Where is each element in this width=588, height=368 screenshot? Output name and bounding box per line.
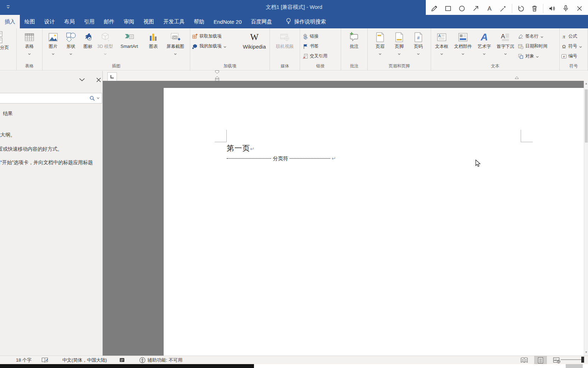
button-SmartArt[interactable]: SmartArt: [114, 30, 144, 63]
tab-EndNote 20[interactable]: EndNote 20: [209, 15, 246, 28]
svg-text:W: W: [250, 32, 259, 42]
accessibility-icon: [139, 357, 146, 363]
zoom-slider-thumb[interactable]: [581, 357, 584, 363]
zoom-out-button[interactable]: —: [554, 357, 559, 363]
view-print-layout-button[interactable]: [534, 356, 547, 364]
tab-开发工具[interactable]: 开发工具: [159, 15, 189, 28]
arrow-ne-icon[interactable]: [470, 3, 481, 14]
tab-邮件[interactable]: 邮件: [99, 15, 119, 28]
button-获取加载项[interactable]: 获取加载项: [191, 33, 240, 40]
button-编号[interactable]: #编号: [560, 52, 588, 60]
dropdown-chevron-icon: [536, 54, 539, 59]
button-文档部件[interactable]: 文档部件: [452, 30, 474, 63]
pane-text: 式大纲。: [0, 132, 15, 138]
button-公式[interactable]: π公式: [560, 33, 588, 40]
view-read-mode-button[interactable]: [518, 356, 531, 364]
cross-ref-icon: [303, 54, 308, 59]
tab-设计[interactable]: 设计: [40, 15, 60, 28]
tab-插入[interactable]: 插入: [0, 15, 20, 28]
tell-me-search[interactable]: 操作说明搜索: [286, 15, 326, 28]
word-count[interactable]: 18 个字: [16, 357, 32, 363]
rectangle-icon[interactable]: [443, 3, 453, 14]
document-page[interactable]: [164, 88, 584, 356]
button-图片[interactable]: 图片: [44, 30, 62, 63]
omega-icon: Ω: [561, 44, 567, 49]
tab-审阅[interactable]: 审阅: [119, 15, 139, 28]
tab-布局[interactable]: 布局: [60, 15, 79, 28]
close-icon[interactable]: [574, 3, 585, 14]
microphone-icon[interactable]: [560, 3, 571, 14]
group-label-插图: 插图: [43, 63, 190, 69]
accessibility-status[interactable]: 辅助功能: 不可用: [139, 357, 182, 363]
text-a-icon[interactable]: A: [484, 3, 495, 14]
tab-百度网盘[interactable]: 百度网盘: [246, 15, 277, 28]
dropdown-chevron-icon: [579, 44, 582, 49]
pane-close-icon[interactable]: [94, 76, 103, 84]
button-我的加载项[interactable]: 我的加载项: [191, 43, 240, 50]
text-boundary-mark: [226, 130, 227, 142]
page-break-line: 分页符: [227, 155, 330, 162]
button-链接[interactable]: 链接: [301, 33, 340, 40]
magic-wand-icon[interactable]: [498, 3, 509, 14]
signature-icon: [518, 34, 524, 39]
store-icon: [192, 34, 198, 39]
button-艺术字[interactable]: A艺术字: [474, 30, 494, 63]
tab-stop-selector[interactable]: [107, 72, 117, 81]
vertical-scrollbar[interactable]: ▲ ▼: [584, 81, 588, 356]
footer-icon: [394, 30, 405, 44]
button-批注[interactable]: 批注: [344, 30, 364, 63]
button-分页-partial[interactable]: 分页: [0, 30, 16, 51]
tab-视图[interactable]: 视图: [139, 15, 159, 28]
button-联机视频[interactable]: 联机视频: [272, 30, 298, 63]
tab-绘图[interactable]: 绘图: [20, 15, 40, 28]
button-图标[interactable]: 图标: [80, 30, 96, 63]
button-对象[interactable]: 对象: [517, 52, 559, 60]
scrollbar-thumb[interactable]: [585, 89, 588, 143]
search-dropdown-chevron-icon[interactable]: [97, 97, 100, 99]
ellipse-icon[interactable]: [457, 3, 467, 14]
right-margin-marker[interactable]: [515, 76, 519, 79]
navigation-search-input[interactable]: [0, 93, 102, 104]
button-图表[interactable]: 图表: [144, 30, 163, 63]
trash-icon[interactable]: [529, 3, 540, 14]
tab-引用[interactable]: 引用: [79, 15, 99, 28]
zoom-slider-track[interactable]: [561, 359, 583, 360]
pencil-icon[interactable]: [429, 3, 440, 14]
hanging-indent-marker[interactable]: [215, 76, 219, 81]
group-label-链接: 链接: [300, 63, 341, 69]
button-Wikipedia[interactable]: WWikipedia: [240, 30, 269, 63]
button-页脚[interactable]: 页脚: [390, 30, 409, 63]
first-line-indent-marker[interactable]: [215, 70, 219, 74]
button-屏幕截图[interactable]: 屏幕截图: [163, 30, 188, 63]
group-label-文本: 文本: [431, 63, 559, 69]
button-页码[interactable]: #页码: [409, 30, 428, 63]
page-break-dots: [290, 158, 330, 159]
dropdown-chevron-icon: [398, 50, 401, 52]
macro-record-icon[interactable]: [119, 357, 125, 363]
proofing-status-icon[interactable]: [41, 357, 48, 363]
my-addins-icon: [192, 44, 198, 49]
scroll-up-icon[interactable]: ▲: [585, 82, 588, 85]
button-表格[interactable]: 表格: [19, 30, 40, 63]
button-文本框[interactable]: A文本框: [432, 30, 452, 63]
ribbon-tab-row: 插入绘图设计布局引用邮件审阅视图开发工具帮助EndNote 20百度网盘操作说明…: [0, 15, 588, 28]
button-书签[interactable]: 书签: [301, 43, 340, 50]
button-符号[interactable]: Ω符号: [560, 43, 588, 50]
pane-collapse-chevron-icon[interactable]: [78, 76, 86, 84]
button-签名行[interactable]: 签名行: [517, 33, 559, 40]
tab-帮助[interactable]: 帮助: [189, 15, 209, 28]
button-3D 模型[interactable]: 3D 模型: [96, 30, 114, 63]
language-status[interactable]: 中文(简体，中国大陆): [62, 357, 107, 363]
button-页眉[interactable]: 页眉: [371, 30, 390, 63]
button-形状[interactable]: 形状: [62, 30, 80, 63]
svg-text:#: #: [563, 55, 565, 58]
date-time-icon: [518, 44, 524, 49]
button-日期和时间[interactable]: 日期和时间: [517, 43, 559, 50]
small-button-column: π公式Ω符号#编号: [560, 30, 588, 60]
button-交叉引用[interactable]: 交叉引用: [301, 52, 340, 60]
scroll-down-icon[interactable]: ▼: [585, 351, 588, 354]
speaker-icon[interactable]: [547, 3, 557, 14]
button-首字下沉[interactable]: A首字下沉: [494, 30, 517, 63]
undo-icon[interactable]: [515, 3, 526, 14]
dropdown-chevron-icon: [69, 50, 72, 52]
